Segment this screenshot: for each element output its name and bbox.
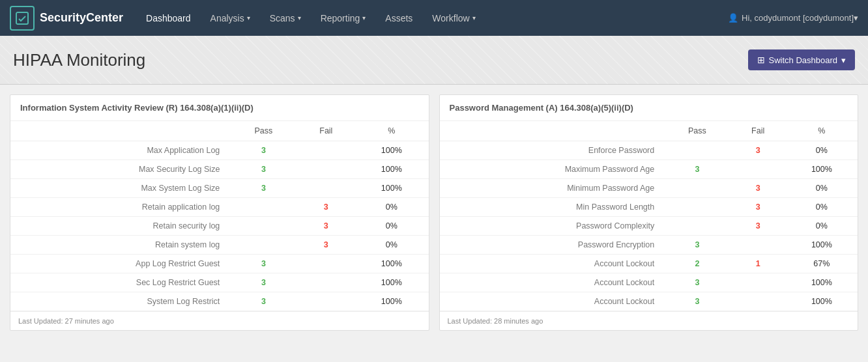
row-fail: 3 — [298, 198, 355, 217]
nav-item-dashboard[interactable]: Dashboard — [136, 0, 201, 36]
table-row: Retain application log30% — [10, 198, 429, 217]
table-row: Account Lockout3100% — [440, 273, 858, 292]
row-label: Max Application Log — [10, 141, 229, 160]
row-pct: 100% — [786, 160, 858, 179]
right-panel-table: Pass Fail % Enforce Password30%Maximum P… — [440, 121, 858, 311]
left-col-pass: Pass — [229, 121, 297, 141]
row-pct: 100% — [786, 236, 858, 255]
nav-label-analysis: Analysis — [210, 13, 244, 23]
left-col-label — [10, 121, 229, 141]
row-fail — [298, 273, 355, 292]
row-pct: 0% — [786, 217, 858, 236]
fail-value: 3 — [324, 221, 328, 230]
table-row: Min Password Length30% — [440, 198, 858, 217]
row-fail — [731, 160, 786, 179]
right-panel: Password Management (A) 164.308(a)(5)(ii… — [439, 94, 859, 331]
row-pct: 0% — [354, 198, 428, 217]
row-pass: 3 — [664, 236, 730, 255]
nav-label-dashboard: Dashboard — [146, 13, 191, 23]
nav-item-workflow[interactable]: Workflow ▾ — [422, 0, 485, 36]
row-label: Maximum Password Age — [440, 160, 665, 179]
fail-value: 3 — [756, 221, 760, 230]
row-fail: 3 — [731, 179, 786, 198]
fail-value: 3 — [756, 146, 760, 155]
chevron-down-icon: ▾ — [854, 13, 858, 23]
table-row: App Log Restrict Guest3100% — [10, 255, 429, 273]
row-pct: 100% — [354, 141, 428, 160]
row-pass: 3 — [229, 255, 297, 273]
left-panel-footer: Last Updated: 27 minutes ago — [10, 311, 429, 330]
nav-item-scans[interactable]: Scans ▾ — [260, 0, 311, 36]
navbar: SecurityCenter Dashboard Analysis ▾ Scan… — [0, 0, 868, 36]
row-pct: 0% — [354, 217, 428, 236]
brand-logo-icon — [10, 6, 35, 31]
fail-value: 3 — [756, 202, 760, 212]
user-menu[interactable]: 👤 Hi, codydumont [codydumont] ▾ — [728, 13, 858, 23]
row-pass — [664, 198, 730, 217]
pass-value: 3 — [261, 146, 266, 155]
row-pass: 3 — [664, 292, 730, 311]
right-col-pass: Pass — [664, 121, 730, 141]
row-fail — [731, 292, 786, 311]
row-pass — [229, 217, 297, 236]
pass-value: 2 — [695, 259, 699, 268]
row-pct: 100% — [354, 160, 428, 179]
table-row: Minimum Password Age30% — [440, 179, 858, 198]
left-panel: Information System Activity Review (R) 1… — [10, 94, 429, 331]
row-pass — [664, 217, 730, 236]
nav-item-reporting[interactable]: Reporting ▾ — [311, 0, 376, 36]
row-pass — [664, 179, 730, 198]
row-fail — [298, 255, 355, 273]
brand-name: SecurityCenter — [40, 11, 123, 25]
nav-label-assets: Assets — [385, 13, 412, 23]
left-col-pct: % — [354, 121, 428, 141]
row-pass — [229, 236, 297, 255]
row-pass: 3 — [664, 273, 730, 292]
left-col-fail: Fail — [298, 121, 355, 141]
row-fail — [298, 179, 355, 198]
row-pct: 100% — [354, 255, 428, 273]
row-pass: 3 — [229, 160, 297, 179]
main-content: Information System Activity Review (R) 1… — [0, 85, 868, 341]
table-row: Maximum Password Age3100% — [440, 160, 858, 179]
svg-rect-0 — [16, 12, 28, 24]
row-label: Retain system log — [10, 236, 229, 255]
nav-item-analysis[interactable]: Analysis ▾ — [201, 0, 260, 36]
fail-value: 1 — [756, 259, 760, 268]
row-pct: 100% — [354, 179, 428, 198]
right-panel-title: Password Management (A) 164.308(a)(5)(ii… — [440, 95, 858, 121]
nav-label-scans: Scans — [270, 13, 295, 23]
fail-value: 3 — [756, 184, 760, 193]
row-pass: 3 — [229, 141, 297, 160]
switch-dashboard-button[interactable]: ⊞ Switch Dashboard ▾ — [748, 49, 856, 70]
chevron-down-icon: ▾ — [362, 14, 366, 21]
row-label: Retain security log — [10, 217, 229, 236]
pass-value: 3 — [695, 165, 699, 174]
row-label: System Log Restrict — [10, 292, 229, 311]
row-pct: 0% — [786, 179, 858, 198]
row-pct: 0% — [786, 198, 858, 217]
row-pct: 100% — [354, 292, 428, 311]
row-pct: 100% — [354, 273, 428, 292]
fail-value: 3 — [324, 240, 328, 249]
row-label: Account Lockout — [440, 273, 665, 292]
page-title: HIPAA Monitoring — [13, 50, 145, 70]
table-row: Retain security log30% — [10, 217, 429, 236]
right-col-pct: % — [786, 121, 858, 141]
row-label: Password Complexity — [440, 217, 665, 236]
row-fail: 3 — [298, 217, 355, 236]
chevron-down-icon: ▾ — [841, 55, 846, 65]
row-fail — [731, 236, 786, 255]
pass-value: 3 — [261, 297, 266, 306]
nav-label-workflow: Workflow — [432, 13, 469, 23]
row-label: Retain application log — [10, 198, 229, 217]
nav-links: Dashboard Analysis ▾ Scans ▾ Reporting ▾… — [136, 0, 728, 36]
table-row: System Log Restrict3100% — [10, 292, 429, 311]
nav-item-assets[interactable]: Assets — [375, 0, 422, 36]
chevron-down-icon: ▾ — [472, 14, 476, 21]
row-fail: 3 — [731, 217, 786, 236]
row-label: App Log Restrict Guest — [10, 255, 229, 273]
row-pass: 3 — [229, 292, 297, 311]
table-row: Enforce Password30% — [440, 141, 858, 160]
right-col-fail: Fail — [731, 121, 786, 141]
